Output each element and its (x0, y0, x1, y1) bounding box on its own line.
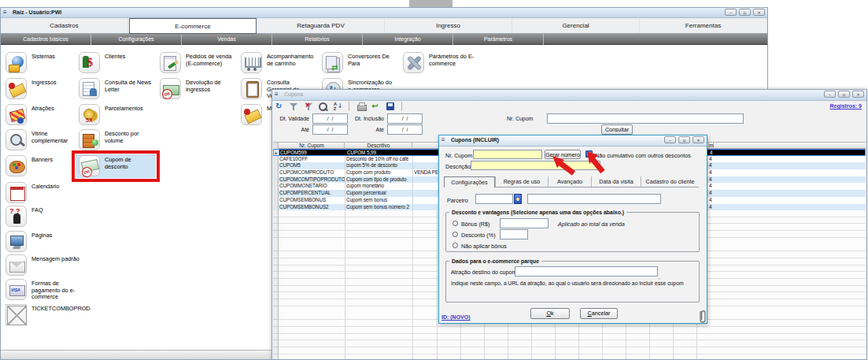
bonus-radio[interactable] (452, 221, 458, 226)
nao-cumulativo-label: Não cumulativo com outros descontos (595, 152, 700, 159)
descricao-input[interactable] (471, 161, 600, 170)
ate-validade-input[interactable] (312, 124, 348, 135)
ok-button[interactable]: Ok (530, 308, 570, 319)
launcher-item-consulta-newsletter[interactable]: Consulta de News Letter (79, 78, 154, 99)
minimize-button[interactable]: – (725, 9, 737, 16)
customer-dollar-icon (79, 52, 100, 73)
registros-link[interactable]: Registros: 9 (830, 103, 862, 109)
launcher-item-atracoes[interactable]: Atrações (6, 104, 81, 125)
ticket-refund-icon (160, 78, 181, 99)
desconto-vantagens-group: Desconto e vantagens (Selecione apenas u… (445, 212, 700, 252)
nr-cupom-input[interactable] (473, 150, 542, 159)
ate-inclusao-input[interactable] (387, 124, 423, 135)
x-mark: × (305, 101, 310, 110)
export-icon[interactable] (371, 102, 380, 111)
launcher-item-pedidos-de-venda[interactable]: Pedidos de venda (E-commerce) (160, 52, 235, 73)
close-button[interactable]: × (753, 9, 765, 16)
tab-ferramentas[interactable]: Ferramentas (640, 18, 767, 33)
restore-button[interactable]: ▫ (678, 136, 690, 143)
tab-ecommerce[interactable]: E-commerce (129, 18, 257, 34)
menu-integracao[interactable]: Integração (363, 34, 453, 45)
nr-cupom-filter-input[interactable] (547, 113, 744, 124)
launcher-item-banners[interactable]: Banners (6, 155, 81, 176)
launcher-item-formas-pagamento[interactable]: Formas de pagamento do e-commerce (6, 279, 81, 301)
dt-inclusao-input[interactable] (387, 113, 423, 124)
menu-cadastros-basicos[interactable]: Cadastros básicos (1, 34, 91, 45)
print-icon[interactable] (356, 102, 366, 111)
required-mark: , (659, 274, 660, 280)
newsletter-icon (79, 78, 100, 99)
launcher-item-paginas[interactable]: Páginas (6, 231, 81, 252)
nr-cupom-label: Nr. Cupom (507, 115, 537, 122)
launcher-item-ingressos[interactable]: Ingressos (6, 78, 81, 99)
menu-relatorios[interactable]: Relatórios (272, 34, 363, 45)
tab-data-da-visita[interactable]: Data da visita (591, 176, 641, 187)
ate-label: Até (367, 126, 384, 133)
cupons-toolbar: × ↓ (274, 102, 404, 112)
minimize-button[interactable]: – (824, 91, 836, 98)
parceiro-lookup-button[interactable] (514, 194, 522, 204)
menu-parametros[interactable]: Parâmetros (453, 34, 544, 45)
red-arrow-nao-cumulativo (584, 151, 608, 173)
hamburger-icon: ≡ (3, 8, 7, 17)
desconto-radio[interactable] (452, 232, 458, 237)
tab-ingresso[interactable]: Ingresso (385, 18, 512, 33)
close-button[interactable]: × (852, 91, 864, 98)
tab-avancado[interactable]: Avançado (548, 176, 591, 187)
credit-cards-icon (6, 279, 27, 300)
launcher-item-parametros-ecommerce[interactable]: Parâmetros do E-commerce (403, 52, 478, 73)
tab-configuracoes[interactable]: Configurações (444, 176, 495, 187)
dialog-title: Cupons (INCLUIR) (451, 135, 499, 145)
search-icon[interactable] (318, 102, 327, 111)
close-button[interactable]: × (693, 136, 704, 143)
sort-az-icon[interactable]: ↓ (333, 102, 342, 111)
launcher-item-conversores-de-para[interactable]: Conversores De Para (322, 52, 397, 73)
paperclip-icon[interactable] (697, 310, 707, 324)
launcher-item-mensagem-padrao[interactable]: Mensagem padrão (6, 254, 81, 276)
tab-retaguarda-pdv[interactable]: Retaguarda PDV (257, 18, 385, 33)
bonus-input[interactable] (500, 218, 549, 228)
restore-button[interactable]: ▫ (739, 9, 751, 16)
desconto-input[interactable] (500, 229, 528, 239)
id-novo-link[interactable]: ID: (NOVO) (441, 314, 471, 320)
desconto-vantagens-legend: Desconto e vantagens (Selecione apenas u… (449, 209, 626, 216)
launcher-item-sistemas[interactable]: Sistemas (6, 52, 81, 73)
refresh-icon[interactable] (275, 102, 284, 111)
filter-icon[interactable] (289, 102, 298, 111)
tab-cadastros[interactable]: Cadastros (1, 18, 128, 33)
tab-cadastro-do-cliente[interactable]: Cadastro do cliente (641, 176, 699, 187)
restore-button[interactable]: ▫ (838, 91, 850, 98)
menu-configuracoes[interactable]: Configurações (91, 34, 182, 45)
launcher-item-vitrine-complementar[interactable]: Vitrine complementar (6, 129, 81, 150)
minimize-button[interactable]: – (664, 136, 676, 143)
save-icon[interactable] (386, 102, 395, 111)
nr-cupom-label: Nr. Cupom (445, 152, 472, 159)
menu-vendas[interactable]: Vendas (182, 34, 272, 45)
nao-aplicar-bonus-radio[interactable] (452, 243, 458, 248)
cancelar-button[interactable]: Cancelar (580, 308, 618, 319)
launcher-item-calendario[interactable]: Calendário (6, 182, 81, 203)
sales-order-icon (160, 52, 181, 73)
atracao-destino-input[interactable] (515, 266, 658, 276)
consultar-button[interactable]: Consultar (601, 124, 633, 135)
launcher-item-clientes[interactable]: Clientes (79, 52, 154, 73)
placeholder-x-icon (6, 304, 27, 325)
aplicado-note: Aplicado ao total da venda (558, 221, 625, 228)
tab-gerencial[interactable]: Gerencial (512, 18, 640, 33)
launcher-item-ticketcomboprod[interactable]: TICKETCOMBOPROD (6, 304, 81, 325)
launcher-item-faq[interactable]: FAQ (6, 206, 81, 227)
launcher-item-parcelamentos[interactable]: Parcelamentos (79, 104, 154, 125)
toolbar-separator (401, 102, 402, 111)
nao-aplicar-bonus-label: Não aplicar bônus (461, 243, 507, 250)
dados-ecommerce-legend: Dados para o e-commerce parque (449, 258, 541, 265)
clear-filter-icon[interactable]: × (304, 102, 313, 111)
launcher-item-acompanhamento-carrinho[interactable]: Acompanhamento de carrinho (241, 52, 316, 73)
tab-regras-de-uso[interactable]: Regras de uso (495, 176, 548, 187)
launcher-item-desconto-por-volume[interactable]: Desconto por volume (79, 129, 154, 150)
dt-validade-label: Dt. Validade (278, 115, 309, 122)
atracao-help-text: Indique neste campo, a URL da atração, a… (451, 280, 696, 287)
dt-validade-input[interactable] (312, 113, 348, 124)
launcher-item-devolucao-ingressos[interactable]: Devolução de ingressos (160, 78, 235, 99)
parceiro-input[interactable] (475, 194, 513, 204)
hamburger-icon: ≡ (275, 90, 279, 99)
